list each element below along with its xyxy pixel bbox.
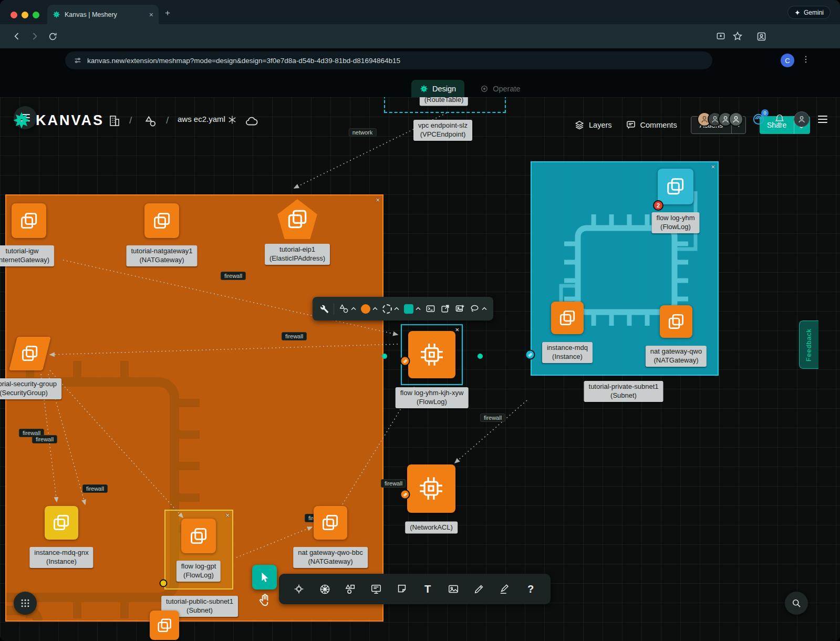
collaborator-avatars[interactable]: [697, 112, 743, 127]
tutorial-igw-node[interactable]: [12, 203, 46, 238]
cloud-status-icon[interactable]: 0: [752, 112, 765, 126]
nat-gateway-qwo-bbc-node[interactable]: [314, 506, 347, 540]
nat-gateway-qwo-bbc-label[interactable]: nat gateway-qwo-bbc(NATGateway): [293, 547, 368, 568]
nat-gateway-qwo-label[interactable]: nat gateway-qwo(NATGateway): [646, 346, 707, 367]
browser-menu-icon[interactable]: ⋮: [802, 54, 810, 64]
url-text[interactable]: kanvas.new/extension/meshmap?mode=design…: [87, 57, 400, 65]
collapse-handle-icon[interactable]: ×: [376, 197, 380, 203]
url-bar[interactable]: kanvas.new/extension/meshmap?mode=design…: [65, 51, 712, 69]
nat-gateway-qwo-node[interactable]: [660, 305, 692, 338]
image-tool-icon[interactable]: [446, 582, 461, 596]
network-acl-node[interactable]: [407, 464, 455, 513]
comments-button[interactable]: Comments: [626, 120, 677, 130]
window-close-button[interactable]: [11, 12, 17, 18]
reload-button[interactable]: [46, 30, 59, 43]
feedback-tab[interactable]: Feedback: [799, 320, 818, 369]
tutorial-natgateway1-node[interactable]: [144, 203, 179, 238]
window-minimize-button[interactable]: [22, 12, 28, 18]
selected-node-box[interactable]: ×: [401, 324, 463, 385]
gemini-button[interactable]: Gemini: [787, 6, 831, 19]
pencil-tool-icon[interactable]: [472, 582, 486, 596]
link-badge[interactable]: [400, 356, 410, 366]
organization-icon[interactable]: [108, 115, 121, 127]
apps-button[interactable]: [14, 592, 37, 615]
flow-log-gpt-label[interactable]: flow log-gpt(FlowLog): [177, 561, 221, 582]
add-image-icon[interactable]: [455, 304, 465, 314]
flow-log-yhm-label[interactable]: flow log-yhm(FlowLog): [652, 212, 700, 233]
pointer-tool-button[interactable]: [252, 565, 277, 590]
resize-handle[interactable]: [478, 354, 483, 359]
mode-toggle: Design Operate: [411, 80, 529, 97]
collapse-handle-icon[interactable]: ×: [225, 512, 230, 519]
tune-icon[interactable]: [74, 56, 82, 65]
wrench-icon[interactable]: [319, 304, 329, 314]
flow-log-yhm-kjh-xyw-label[interactable]: flow log-yhm-kjh-xyw(FlowLog): [396, 387, 469, 408]
vpc-endpoint-slz-label[interactable]: vpc endpoint-slz(VPCEndpoint): [413, 120, 472, 141]
app-menu-icon[interactable]: [818, 116, 827, 123]
link-badge[interactable]: [400, 490, 410, 500]
tab-design[interactable]: Design: [411, 80, 464, 97]
instance-mdq-gnx-node[interactable]: [45, 506, 78, 540]
fill-color-swatch[interactable]: [361, 304, 378, 314]
terminal-icon[interactable]: [426, 304, 435, 314]
profile-avatar[interactable]: C: [781, 54, 794, 67]
text-tool-icon[interactable]: T: [420, 582, 435, 596]
instance-mdq-node[interactable]: [551, 302, 584, 334]
cloud-sync-icon[interactable]: [245, 115, 258, 128]
flow-log-gpt-node[interactable]: [181, 519, 216, 553]
kubernetes-icon[interactable]: [317, 582, 332, 596]
collab-count-badge: 0: [761, 109, 769, 117]
route-table-selection[interactable]: [384, 97, 506, 113]
layers-button[interactable]: Layers: [574, 120, 612, 130]
layer-color-swatch[interactable]: [404, 304, 421, 314]
lasso-icon[interactable]: [470, 304, 487, 314]
private-subnet-region-label[interactable]: tutorial-private-subnet1(Subnet): [584, 381, 663, 402]
help-icon[interactable]: ?: [523, 582, 538, 596]
snowflake-icon[interactable]: [227, 115, 237, 125]
design-file-name[interactable]: aws ec2.yaml: [178, 115, 225, 123]
hand-tool-button[interactable]: [258, 593, 272, 607]
open-in-new-icon[interactable]: [440, 304, 450, 314]
instance-mdq-label[interactable]: instance-mdq(Instance): [542, 342, 593, 363]
resize-handle[interactable]: [382, 354, 387, 359]
designs-icon[interactable]: [144, 115, 158, 128]
forward-button[interactable]: [28, 30, 41, 43]
magnifier-icon: [791, 598, 802, 608]
shapes-icon[interactable]: [343, 582, 358, 596]
instance-mdq-gnx-label[interactable]: instance-mdq-gnx(Instance): [29, 547, 93, 568]
browser-profile-icon[interactable]: [755, 30, 768, 43]
tab-operate[interactable]: Operate: [472, 80, 528, 97]
tutorial-igw-label[interactable]: tutorial-igw(InternetGateway): [0, 245, 54, 266]
clipped-node-node[interactable]: [150, 611, 179, 640]
notifications-bell-icon[interactable]: [774, 113, 785, 125]
avatar[interactable]: [729, 112, 743, 127]
whiteboard-icon[interactable]: [369, 582, 383, 596]
user-avatar[interactable]: [794, 111, 810, 127]
circuit-icon[interactable]: [292, 582, 306, 596]
tutorial-security-group-label[interactable]: tutorial-security-group(SecurityGroup): [0, 378, 61, 399]
browser-tab[interactable]: Kanvas | Meshery ×: [47, 5, 159, 24]
browser-tab-strip: Kanvas | Meshery × + Gemini: [0, 0, 840, 24]
bookmark-star-icon[interactable]: [731, 30, 744, 43]
pen-tool-icon[interactable]: [497, 582, 512, 596]
tab-close-icon[interactable]: ×: [149, 11, 153, 19]
sticker-icon[interactable]: [395, 582, 409, 596]
back-button[interactable]: [11, 30, 23, 43]
design-canvas[interactable]: ××tutorial-private-subnet1(Subnet)×tutor…: [0, 97, 840, 641]
collapse-handle-icon[interactable]: ×: [455, 326, 459, 333]
network-acl-label[interactable]: (NetworkACL): [405, 522, 458, 534]
feedback-label: Feedback: [805, 328, 813, 361]
window-zoom-button[interactable]: [33, 12, 39, 18]
save-share-icon[interactable]: [714, 30, 727, 43]
link-badge[interactable]: [525, 350, 535, 360]
kanvas-logo[interactable]: KANVAS: [13, 111, 104, 129]
tutorial-eip1-label[interactable]: tutorial-eip1(ElasticIPAddress): [265, 244, 330, 265]
collapse-handle-icon[interactable]: ×: [711, 163, 715, 170]
new-tab-button[interactable]: +: [165, 8, 170, 17]
flow-log-yhm-node[interactable]: [658, 169, 693, 204]
browser-toolbar: C ⋮ kanvas.new/extension/meshmap?mode=de…: [0, 24, 840, 48]
zoom-search-button[interactable]: [785, 592, 808, 615]
tutorial-natgateway1-label[interactable]: tutorial-natgateway1(NATGateway): [126, 245, 197, 266]
border-style-swatch[interactable]: [382, 304, 399, 314]
shapes-picker-icon[interactable]: [339, 304, 356, 314]
